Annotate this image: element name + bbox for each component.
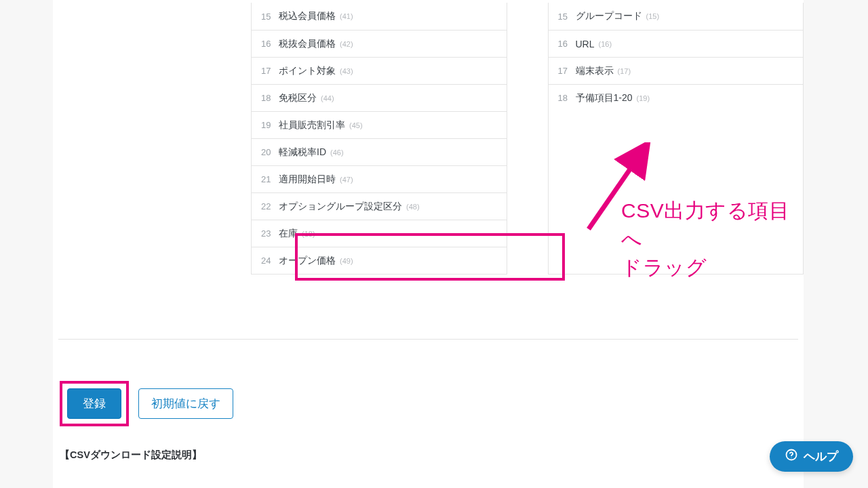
help-label: ヘルプ <box>804 449 838 464</box>
item-label: 予備項目1-20 <box>576 92 633 104</box>
register-button[interactable]: 登録 <box>67 388 121 419</box>
list-item[interactable]: 15 税込会員価格 (41) <box>252 3 507 30</box>
item-paren: (47) <box>340 176 353 184</box>
item-paren: (44) <box>321 94 334 102</box>
list-item[interactable]: 15 グループコード (15) <box>549 3 804 30</box>
item-label: グループコード <box>576 10 642 22</box>
item-paren: (16) <box>599 40 612 48</box>
item-label: オープン価格 <box>279 255 336 267</box>
list-item[interactable]: 18 予備項目1-20 (19) <box>549 84 804 111</box>
list-item[interactable]: 18 免税区分 (44) <box>252 84 507 111</box>
item-index: 18 <box>261 93 279 103</box>
item-index: 16 <box>261 39 279 49</box>
svg-point-2 <box>791 458 792 458</box>
reset-button[interactable]: 初期値に戻す <box>138 388 233 419</box>
item-paren: (41) <box>340 12 353 20</box>
divider <box>58 339 798 340</box>
list-item[interactable]: 16 URL (16) <box>549 30 804 57</box>
list-item[interactable]: 21 適用開始日時 (47) <box>252 165 507 192</box>
list-item[interactable]: 24 オープン価格 (49) <box>252 247 507 274</box>
item-label: 在庫 <box>279 228 298 240</box>
item-paren: (42) <box>340 40 353 48</box>
list-item[interactable]: 17 ポイント対象 (43) <box>252 57 507 84</box>
available-fields-list[interactable]: 15 税込会員価格 (41) 16 税抜会員価格 (42) 17 ポイント対象 … <box>251 3 507 274</box>
help-icon <box>785 448 798 465</box>
item-paren: (17) <box>618 67 631 75</box>
item-index: 17 <box>261 66 279 76</box>
item-paren: (15) <box>646 12 660 20</box>
item-paren: (18) <box>302 230 315 238</box>
item-label: ポイント対象 <box>279 65 336 77</box>
register-button-highlight: 登録 <box>60 381 129 426</box>
selected-fields-list[interactable]: 15 グループコード (15) 16 URL (16) 17 端末表示 (17)… <box>548 3 804 274</box>
item-index: 24 <box>261 256 279 266</box>
item-label: 軽減税率ID <box>279 146 326 159</box>
list-item[interactable]: 16 税抜会員価格 (42) <box>252 30 507 57</box>
list-item[interactable]: 22 オプショングループ設定区分 (48) <box>252 192 507 220</box>
item-index: 15 <box>261 12 279 22</box>
list-item[interactable]: 20 軽減税率ID (46) <box>252 138 507 165</box>
item-label: 税込会員価格 <box>279 10 336 22</box>
section-title: 【CSVダウンロード設定説明】 <box>60 449 202 462</box>
item-paren: (46) <box>330 148 344 157</box>
list-item[interactable]: 19 社員販売割引率 (45) <box>252 111 507 138</box>
item-label: 端末表示 <box>576 65 614 77</box>
list-item[interactable]: 17 端末表示 (17) <box>549 57 804 84</box>
item-index: 17 <box>558 66 576 76</box>
item-paren: (19) <box>637 94 650 102</box>
item-label: 税抜会員価格 <box>279 38 336 50</box>
list-item-zaiko[interactable]: 23 在庫 (18) <box>252 220 507 247</box>
item-paren: (43) <box>340 67 353 75</box>
item-paren: (48) <box>406 203 420 211</box>
item-paren: (45) <box>349 121 363 129</box>
item-index: 20 <box>261 147 279 157</box>
item-index: 21 <box>261 174 279 184</box>
item-paren: (49) <box>340 257 353 265</box>
item-label: 社員販売割引率 <box>279 119 345 131</box>
help-button[interactable]: ヘルプ <box>770 441 853 472</box>
item-index: 15 <box>558 12 576 22</box>
item-label: オプショングループ設定区分 <box>279 201 402 213</box>
item-index: 16 <box>558 39 576 49</box>
item-label: 適用開始日時 <box>279 174 336 186</box>
item-label: URL <box>576 39 595 49</box>
item-index: 18 <box>558 93 576 103</box>
item-index: 22 <box>261 201 279 211</box>
item-label: 免税区分 <box>279 92 317 104</box>
item-index: 23 <box>261 228 279 239</box>
item-index: 19 <box>261 120 279 130</box>
